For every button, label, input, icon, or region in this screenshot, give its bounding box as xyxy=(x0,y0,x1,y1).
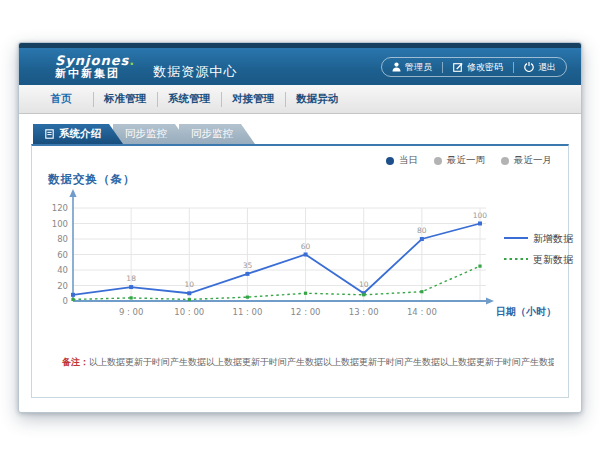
data-point-label: 80 xyxy=(417,226,427,235)
y-tick-label: 120 xyxy=(52,203,68,213)
content-area: 系统介绍 同步监控 同步监控 当日 最近一周 xyxy=(19,114,581,398)
filter-radio-last-month[interactable]: 最近一月 xyxy=(501,154,552,167)
y-tick-label: 80 xyxy=(57,234,68,244)
x-tick-label: 14 : 00 xyxy=(407,307,437,317)
x-tick-label: 10 : 00 xyxy=(174,307,204,317)
user-name: 管理员 xyxy=(405,61,432,74)
line-chart: 0204060801001209 : 0010 : 0011 : 0012 : … xyxy=(40,186,582,338)
data-point xyxy=(362,293,365,296)
data-point-label: 100 xyxy=(473,211,488,220)
logout-label: 退出 xyxy=(538,61,556,74)
data-point xyxy=(188,298,191,301)
nav-item-data-change[interactable]: 数据异动 xyxy=(285,85,349,113)
note-text: 以上数据更新于时间产生数据以上数据更新于时间产生数据以上数据更新于时间产生数据以… xyxy=(89,357,554,367)
user-bar-divider xyxy=(513,62,514,73)
x-tick-label: 12 : 00 xyxy=(291,307,321,317)
y-tick-label: 100 xyxy=(52,219,68,229)
data-point-label: 10 xyxy=(359,280,369,289)
user-button[interactable]: 管理员 xyxy=(392,61,432,74)
brand-logo[interactable]: Synjones. 新中新集团 xyxy=(55,54,135,79)
x-tick-label: 13 : 00 xyxy=(349,307,379,317)
footer-note: 备注：以上数据更新于时间产生数据以上数据更新于时间产生数据以上数据更新于时间产生… xyxy=(62,356,554,369)
chart-title: 数据交换（条） xyxy=(48,172,136,187)
document-icon xyxy=(45,129,54,139)
legend-label: 新增数据 xyxy=(533,233,574,244)
data-point xyxy=(130,296,133,299)
data-point-label: 60 xyxy=(301,242,311,251)
power-icon xyxy=(524,62,534,72)
data-point xyxy=(71,298,74,301)
y-tick-label: 60 xyxy=(57,250,68,260)
time-range-filter: 当日 最近一周 最近一月 xyxy=(386,154,552,167)
chart-panel: 当日 最近一周 最近一月 数据交换（条） 0204060801001209 : … xyxy=(31,144,569,398)
radio-label: 最近一周 xyxy=(447,154,485,167)
y-tick-label: 40 xyxy=(57,265,68,275)
brand-logo-cn: 新中新集团 xyxy=(55,68,135,80)
x-axis-title: 日期（小时） xyxy=(496,306,556,317)
chart-plot: 0204060801001209 : 0010 : 0011 : 0012 : … xyxy=(40,186,582,338)
radio-dot xyxy=(386,157,394,165)
nav-item-home[interactable]: 首页 xyxy=(29,85,93,113)
note-prefix: 备注： xyxy=(62,357,89,367)
data-point xyxy=(420,237,424,241)
data-point xyxy=(304,292,307,295)
x-tick-label: 9 : 00 xyxy=(119,307,143,317)
data-point xyxy=(129,285,133,289)
data-point-label: 35 xyxy=(243,261,253,270)
brand-logo-en: Synjones. xyxy=(55,54,135,68)
data-point xyxy=(420,290,423,293)
x-axis-arrow xyxy=(486,297,494,304)
data-point xyxy=(246,296,249,299)
data-point xyxy=(187,291,191,295)
desktop-background: Synjones. 新中新集团 数据资源中心 管理员 修改密码 xyxy=(0,0,600,450)
data-point-label: 18 xyxy=(126,274,136,283)
tab-label: 系统介绍 xyxy=(59,127,101,141)
legend-label: 更新数据 xyxy=(533,254,574,265)
app-window: Synjones. 新中新集团 数据资源中心 管理员 修改密码 xyxy=(18,42,582,413)
tab-system-intro[interactable]: 系统介绍 xyxy=(33,124,123,144)
radio-dot xyxy=(434,157,442,165)
y-axis-arrow xyxy=(69,189,76,197)
app-header: Synjones. 新中新集团 数据资源中心 管理员 修改密码 xyxy=(19,48,581,85)
radio-label: 最近一月 xyxy=(514,154,552,167)
tab-sync-monitor-1[interactable]: 同步监控 xyxy=(113,124,189,144)
tab-bar: 系统介绍 同步监控 同步监控 xyxy=(33,124,569,144)
change-password-label: 修改密码 xyxy=(467,61,503,74)
data-point xyxy=(71,293,75,297)
radio-label: 当日 xyxy=(399,154,418,167)
user-bar-divider xyxy=(442,62,443,73)
y-tick-label: 0 xyxy=(63,296,68,306)
data-point xyxy=(245,272,249,276)
logo-dot: . xyxy=(129,53,135,68)
edit-icon xyxy=(453,62,463,72)
data-point-label: 10 xyxy=(185,280,195,289)
page-title: 数据资源中心 xyxy=(153,63,237,81)
tab-label: 同步监控 xyxy=(125,127,167,141)
change-password-button[interactable]: 修改密码 xyxy=(453,61,503,74)
radio-dot xyxy=(501,157,509,165)
x-tick-label: 11 : 00 xyxy=(232,307,262,317)
data-point xyxy=(478,222,482,226)
data-point xyxy=(478,265,481,268)
nav-item-interface-mgmt[interactable]: 对接管理 xyxy=(221,85,285,113)
main-nav: 首页 标准管理 系统管理 对接管理 数据异动 xyxy=(19,85,581,114)
tab-sync-monitor-2[interactable]: 同步监控 xyxy=(179,124,255,144)
person-icon xyxy=(392,62,401,72)
nav-item-standard-mgmt[interactable]: 标准管理 xyxy=(93,85,157,113)
tab-label: 同步监控 xyxy=(191,127,233,141)
filter-radio-today[interactable]: 当日 xyxy=(386,154,418,167)
logout-button[interactable]: 退出 xyxy=(524,61,556,74)
data-point xyxy=(304,253,308,257)
user-bar: 管理员 修改密码 退出 xyxy=(381,57,567,77)
nav-item-system-mgmt[interactable]: 系统管理 xyxy=(157,85,221,113)
filter-radio-last-week[interactable]: 最近一周 xyxy=(434,154,485,167)
y-tick-label: 20 xyxy=(57,281,68,291)
